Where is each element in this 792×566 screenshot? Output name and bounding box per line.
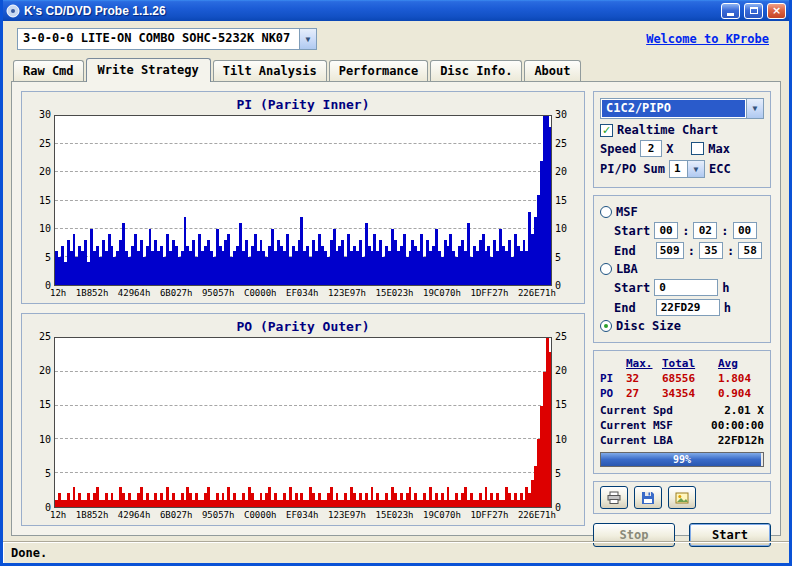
x-tick-label: 42964h	[118, 510, 151, 520]
x-tick-label: 123E97h	[328, 510, 366, 520]
y-tick-label: 15	[555, 196, 567, 206]
tab-write-strategy[interactable]: Write Strategy	[86, 58, 211, 82]
close-icon: ×	[772, 4, 781, 17]
close-button[interactable]: ×	[767, 3, 786, 19]
stats-row-po-label: PO	[600, 387, 626, 400]
y-tick-label: 5	[555, 469, 561, 479]
y-tick-label: 15	[39, 400, 51, 410]
ecc-label: ECC	[709, 162, 731, 176]
x-tick-label: 1DFF27h	[470, 510, 508, 520]
snapshot-button[interactable]	[668, 486, 696, 509]
charts-column: PI (Parity Inner) 051015202530 051015202…	[21, 91, 585, 526]
po-avg-value: 0.904	[718, 387, 764, 400]
x-tick-label: 19C070h	[423, 510, 461, 520]
tab-tilt-analysis[interactable]: Tilt Analysis	[213, 60, 327, 81]
title-bar: K's CD/DVD Probe 1.1.26 ×	[3, 0, 789, 21]
speed-x-label: X	[666, 142, 673, 156]
tab-about[interactable]: About	[524, 60, 580, 81]
stats-row-pi-label: PI	[600, 372, 626, 385]
pipo-sum-label: PI/PO Sum	[600, 162, 665, 176]
lba-radio[interactable]	[600, 263, 612, 275]
speed-input[interactable]	[640, 140, 662, 157]
msf-start-sec[interactable]	[693, 222, 717, 239]
status-text: Done.	[11, 546, 47, 560]
app-window: K's CD/DVD Probe 1.1.26 × 3-0-0-0 LITE-O…	[0, 0, 792, 566]
stats-group: Max. Total Avg PI 32 68556 1.804 PO 27 3…	[593, 350, 771, 474]
msf-separator: :	[727, 244, 734, 258]
pipo-sum-select[interactable]: 1 ▼	[669, 160, 705, 178]
y-tick-label: 10	[555, 435, 567, 445]
msf-end-min[interactable]	[656, 242, 684, 259]
po-chart: PO (Parity Outer) 0510152025 0510152025 …	[21, 313, 585, 526]
bar-series	[55, 116, 551, 285]
speed-label: Speed	[600, 142, 636, 156]
maximize-icon	[750, 7, 758, 14]
x-tick-label: 95057h	[202, 510, 235, 520]
tab-performance[interactable]: Performance	[329, 60, 428, 81]
y-tick-label: 15	[555, 400, 567, 410]
chevron-down-icon[interactable]: ▼	[299, 29, 316, 49]
x-tick-label: 226E71h	[518, 510, 556, 520]
y-tick-label: 25	[555, 332, 567, 342]
pipo-sum-value: 1	[670, 161, 687, 177]
msf-start-min[interactable]	[654, 222, 678, 239]
maximize-button[interactable]	[744, 3, 763, 19]
po-x-axis-labels: 12h1B852h42964h6B027h95057hC0000hEF034h1…	[50, 510, 556, 520]
disc-size-radio[interactable]	[600, 320, 612, 332]
pi-plot-area	[54, 115, 552, 286]
x-tick-label: 6B027h	[160, 288, 193, 298]
x-tick-label: 123E97h	[328, 288, 366, 298]
max-speed-checkbox[interactable]	[691, 142, 704, 155]
drive-select[interactable]: 3-0-0-0 LITE-ON COMBO SOHC-5232K NK07 ▼	[17, 28, 317, 50]
mode-select[interactable]: C1C2/PIPO ▼	[600, 98, 764, 119]
tab-raw-cmd[interactable]: Raw Cmd	[13, 60, 84, 81]
save-icon	[641, 491, 655, 505]
snapshot-icon	[675, 491, 689, 505]
x-tick-label: 1B852h	[76, 288, 109, 298]
msf-end-sec[interactable]	[699, 242, 723, 259]
output-buttons-group	[593, 481, 771, 514]
po-y-axis-left: 0510152025	[30, 337, 54, 508]
y-tick-label: 0	[45, 281, 51, 291]
y-tick-label: 20	[39, 366, 51, 376]
msf-start-frame[interactable]	[733, 222, 757, 239]
x-tick-label: C0000h	[244, 288, 277, 298]
y-tick-label: 10	[555, 224, 567, 234]
lba-end-unit: h	[724, 301, 731, 315]
y-tick-label: 20	[39, 167, 51, 177]
current-msf-value: 00:00:00	[711, 419, 764, 432]
lba-start-input[interactable]	[654, 279, 718, 296]
msf-separator: :	[682, 224, 689, 238]
lba-end-input[interactable]	[656, 299, 720, 316]
x-tick-label: 12h	[50, 510, 66, 520]
welcome-link[interactable]: Welcome to KProbe	[646, 32, 769, 46]
print-button[interactable]	[600, 486, 628, 509]
realtime-chart-checkbox[interactable]: ✓	[600, 124, 613, 137]
stats-header-max: Max.	[626, 357, 662, 370]
y-tick-label: 5	[555, 253, 561, 263]
msf-end-frame[interactable]	[738, 242, 762, 259]
save-button[interactable]	[634, 486, 662, 509]
app-icon	[6, 4, 20, 18]
pi-avg-value: 1.804	[718, 372, 764, 385]
mode-group: C1C2/PIPO ▼ ✓ Realtime Chart Speed X Max…	[593, 91, 771, 188]
y-tick-label: 5	[45, 253, 51, 263]
po-plot-area	[54, 337, 552, 508]
chevron-down-icon[interactable]: ▼	[687, 161, 704, 177]
y-tick-label: 0	[555, 281, 561, 291]
x-tick-label: 6B027h	[160, 510, 193, 520]
msf-radio[interactable]	[600, 206, 612, 218]
po-y-axis-right: 0510152025	[552, 337, 576, 508]
tab-disc-info[interactable]: Disc Info.	[430, 60, 522, 81]
stats-header-total: Total	[662, 357, 718, 370]
chevron-down-icon[interactable]: ▼	[746, 99, 763, 118]
range-group: MSF Start : : End : :	[593, 195, 771, 343]
msf-start-label: Start	[614, 224, 650, 238]
minimize-button[interactable]	[721, 3, 740, 19]
y-tick-label: 20	[555, 167, 567, 177]
msf-separator: :	[721, 224, 728, 238]
realtime-chart-label: Realtime Chart	[617, 123, 718, 137]
x-tick-label: C0000h	[244, 510, 277, 520]
progress-percent: 99%	[601, 454, 763, 465]
x-tick-label: 12h	[50, 288, 66, 298]
